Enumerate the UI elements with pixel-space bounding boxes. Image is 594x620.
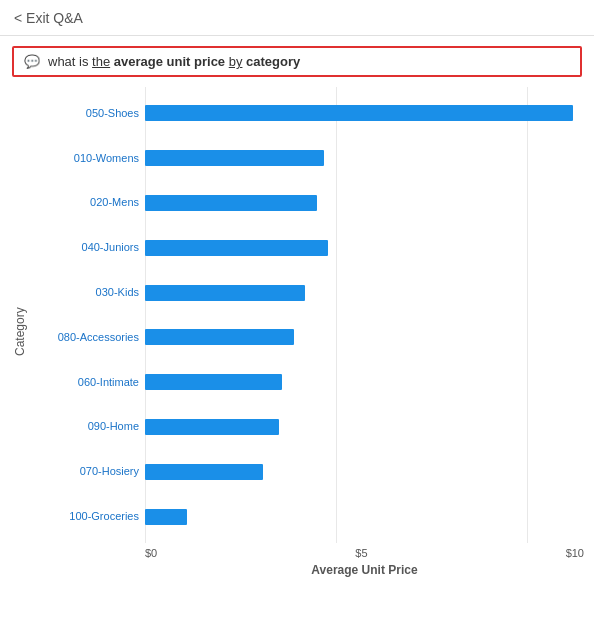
category-label: 090-Home [40, 416, 139, 438]
bar [145, 195, 317, 211]
category-label: 050-Shoes [40, 102, 139, 124]
bar-row [145, 461, 584, 483]
chart-inner: 050-Shoes010-Womens020-Mens040-Juniors03… [30, 87, 584, 577]
bar-row [145, 102, 584, 124]
bar [145, 240, 328, 256]
category-label: 040-Juniors [40, 237, 139, 259]
bar-row [145, 237, 584, 259]
bar [145, 374, 282, 390]
bar [145, 509, 187, 525]
back-button[interactable]: < Exit Q&A [14, 10, 83, 26]
y-axis-label: Category [13, 308, 27, 357]
bar-row [145, 147, 584, 169]
bar-row [145, 282, 584, 304]
bar [145, 285, 305, 301]
bars-area: 050-Shoes010-Womens020-Mens040-Juniors03… [40, 87, 584, 543]
x-tick-labels: $0$5$10 [145, 543, 584, 561]
category-label: 010-Womens [40, 147, 139, 169]
category-label: 070-Hosiery [40, 461, 139, 483]
bar-row [145, 416, 584, 438]
chart-container: Category 050-Shoes010-Womens020-Mens040-… [10, 87, 584, 577]
x-tick: $0 [145, 547, 157, 559]
bar-row [145, 326, 584, 348]
bar [145, 419, 279, 435]
bar [145, 464, 263, 480]
x-axis-title: Average Unit Price [145, 563, 584, 577]
bar [145, 329, 294, 345]
query-bar[interactable]: 💬 what is the average unit price by cate… [12, 46, 582, 77]
y-axis-label-container: Category [10, 87, 30, 577]
bars-column [145, 87, 584, 543]
x-axis-area: $0$5$10 Average Unit Price [40, 543, 584, 577]
category-labels: 050-Shoes010-Womens020-Mens040-Juniors03… [40, 87, 145, 543]
category-label: 060-Intimate [40, 371, 139, 393]
bar [145, 105, 573, 121]
header: < Exit Q&A [0, 0, 594, 36]
query-icon: 💬 [24, 54, 40, 69]
category-label: 020-Mens [40, 192, 139, 214]
bar-row [145, 192, 584, 214]
x-tick: $10 [566, 547, 584, 559]
query-text: what is the average unit price by catego… [48, 54, 300, 69]
category-label: 030-Kids [40, 282, 139, 304]
bars-with-grid [145, 87, 584, 543]
category-label: 080-Accessories [40, 326, 139, 348]
category-label: 100-Groceries [40, 506, 139, 528]
bar-row [145, 371, 584, 393]
bar [145, 150, 324, 166]
bar-row [145, 506, 584, 528]
x-tick: $5 [355, 547, 367, 559]
